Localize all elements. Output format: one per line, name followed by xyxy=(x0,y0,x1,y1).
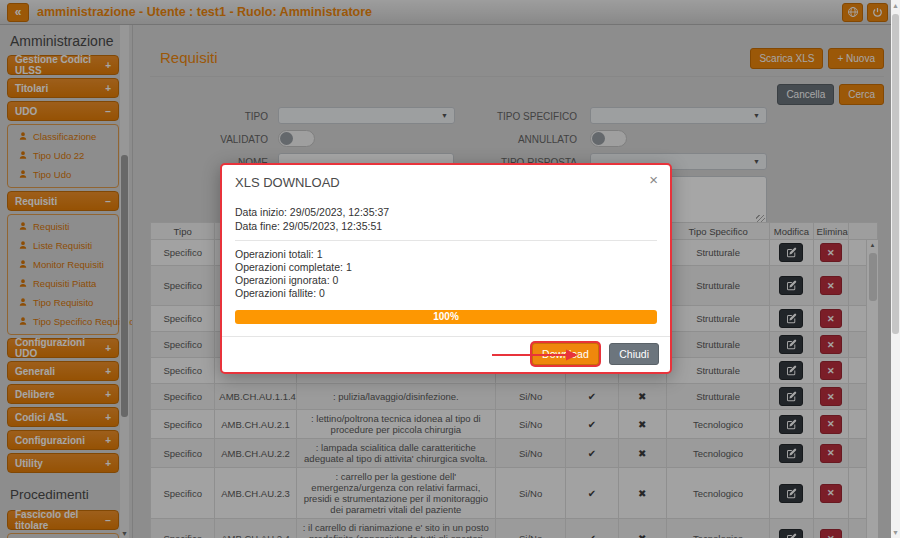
modal-body: Data inizio: 29/05/2023, 12:35:37 Data f… xyxy=(235,205,657,324)
chiudi-button[interactable]: Chiudi xyxy=(609,343,659,365)
page-scrollbar-thumb[interactable] xyxy=(892,14,899,334)
operazioni-completate-text: Operazioni completate: 1 xyxy=(235,261,657,274)
modal-title: XLS DOWNLOAD xyxy=(235,175,340,190)
xls-download-modal: XLS DOWNLOAD × Data inizio: 29/05/2023, … xyxy=(220,163,672,374)
annotation-arrow xyxy=(480,345,590,365)
data-inizio-text: Data inizio: 29/05/2023, 12:35:37 xyxy=(235,205,657,219)
app-window: « amministrazione - Utente : test1 - Ruo… xyxy=(0,0,900,538)
operazioni-fallite-text: Operazioni fallite: 0 xyxy=(235,287,657,300)
operazioni-totali-text: Operazioni totali: 1 xyxy=(235,248,657,261)
operazioni-ignorata-text: Operazioni ignorata: 0 xyxy=(235,274,657,287)
close-icon[interactable]: × xyxy=(649,171,658,188)
modal-divider xyxy=(235,240,657,241)
data-fine-text: Data fine: 29/05/2023, 12:35:51 xyxy=(235,219,657,233)
progress-bar: 100% xyxy=(235,310,657,324)
scroll-down-icon[interactable]: ▼ xyxy=(891,529,900,536)
page-scrollbar[interactable]: ▲ ▼ xyxy=(891,0,900,538)
modal-footer: Download Chiudi xyxy=(222,336,670,372)
scroll-up-icon[interactable]: ▲ xyxy=(891,2,900,9)
